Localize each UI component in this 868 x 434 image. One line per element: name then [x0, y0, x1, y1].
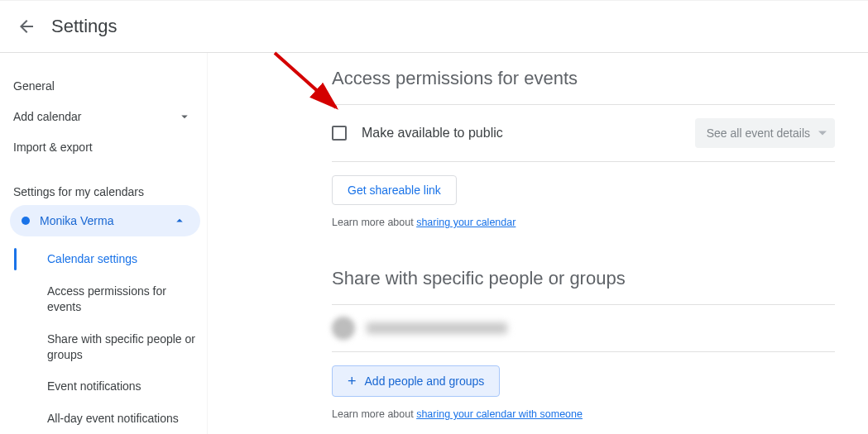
- sharing-calendar-link[interactable]: sharing your calendar: [416, 217, 516, 228]
- sidebar-item-import-export[interactable]: Import & export: [13, 132, 207, 162]
- sharing-with-someone-link[interactable]: sharing your calendar with someone: [416, 408, 583, 420]
- avatar: [332, 317, 355, 340]
- chevron-down-icon: [177, 109, 192, 124]
- access-permissions-section: Access permissions for events Make avail…: [332, 68, 835, 228]
- sidebar-item-label: Add calendar: [13, 110, 82, 123]
- share-specific-section: Share with specific people or groups + A…: [332, 268, 835, 420]
- sidebar-subnav: Calendar settings Access permissions for…: [31, 243, 207, 434]
- settings-header: Settings: [0, 0, 868, 53]
- select-value: See all event details: [707, 126, 810, 140]
- add-people-button[interactable]: + Add people and groups: [332, 365, 500, 397]
- plus-icon: +: [348, 374, 357, 389]
- helper-prefix: Learn more about: [332, 217, 416, 228]
- subnav-event-notifications[interactable]: Event notifications: [34, 370, 207, 403]
- subnav-access-permissions[interactable]: Access permissions for events: [34, 275, 207, 323]
- visibility-select[interactable]: See all event details: [695, 118, 835, 148]
- make-public-row: Make available to public See all event d…: [332, 105, 835, 161]
- sidebar-item-label: Monika Verma: [40, 214, 113, 227]
- subnav-share-specific[interactable]: Share with specific people or groups: [34, 323, 207, 371]
- helper-text: Learn more about sharing your calendar w…: [332, 408, 835, 420]
- sidebar-calendar-selected[interactable]: Monika Verma: [10, 205, 200, 236]
- redacted-name: [367, 322, 507, 334]
- chevron-up-icon: [172, 213, 187, 228]
- section-title: Access permissions for events: [332, 68, 835, 89]
- sidebar-section-heading: Settings for my calendars: [13, 185, 207, 198]
- sidebar-item-label: General: [13, 79, 55, 93]
- section-title: Share with specific people or groups: [332, 268, 835, 289]
- button-label: Add people and groups: [365, 374, 485, 388]
- make-public-label: Make available to public: [362, 126, 503, 141]
- helper-text: Learn more about sharing your calendar: [332, 217, 835, 228]
- get-shareable-link-button[interactable]: Get shareable link: [332, 175, 457, 205]
- settings-sidebar: General Add calendar Import & export Set…: [0, 53, 207, 434]
- make-public-checkbox[interactable]: [332, 126, 347, 141]
- subnav-calendar-settings[interactable]: Calendar settings: [34, 243, 207, 275]
- helper-prefix: Learn more about: [332, 408, 416, 420]
- sidebar-item-label: Import & export: [13, 141, 93, 154]
- back-arrow-icon[interactable]: [17, 17, 36, 36]
- subnav-allday-notifications[interactable]: All-day event notifications: [34, 403, 207, 434]
- sidebar-item-add-calendar[interactable]: Add calendar: [13, 101, 207, 132]
- dropdown-arrow-icon: [818, 131, 827, 136]
- page-title: Settings: [51, 16, 117, 37]
- sidebar-item-general[interactable]: General: [13, 71, 207, 101]
- settings-main: Access permissions for events Make avail…: [207, 53, 868, 434]
- shared-person-row: [332, 305, 835, 351]
- calendar-color-dot: [22, 217, 30, 225]
